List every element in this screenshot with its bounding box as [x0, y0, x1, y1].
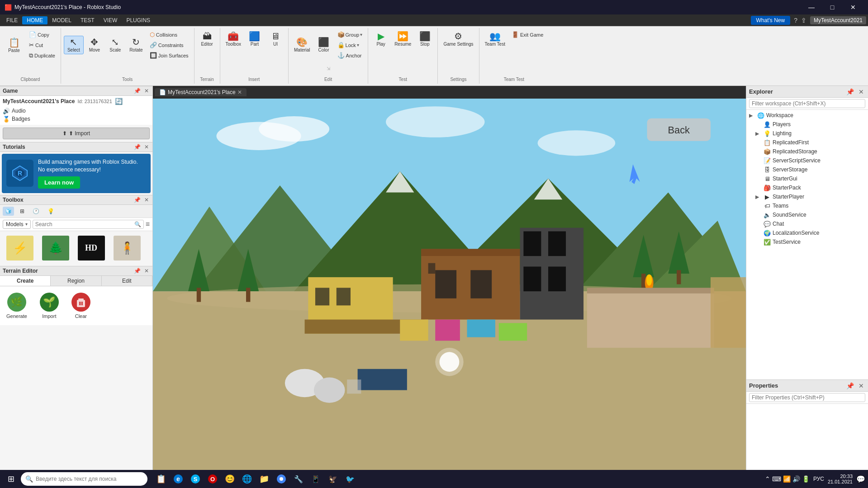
viewport-tab-close[interactable]: ✕	[237, 89, 242, 95]
game-pin-button[interactable]: 📌	[133, 88, 142, 94]
notification-button[interactable]: 💬	[856, 475, 865, 483]
select-button[interactable]: ↖ Select	[64, 36, 84, 54]
material-button[interactable]: 🎨 Material	[291, 36, 313, 54]
taskbar-folder[interactable]: 📁	[256, 471, 272, 487]
exit-game-button[interactable]: 🚪 Exit Game	[509, 30, 546, 39]
help-button[interactable]: ?	[794, 17, 797, 24]
tray-volume[interactable]: 🔊	[792, 475, 800, 483]
tree-badges-item[interactable]: 🏅 Badges	[3, 115, 150, 123]
toolbox-pin-button[interactable]: 📌	[133, 197, 142, 203]
menu-file[interactable]: FILE	[2, 16, 22, 24]
color-button[interactable]: ⬛ Color	[314, 36, 334, 54]
terrain-pin-button[interactable]: 📌	[133, 268, 142, 274]
whats-new-button[interactable]: What's New	[751, 16, 791, 25]
cut-button[interactable]: ✂ Cut	[26, 40, 58, 50]
paste-button[interactable]: 📋 Paste	[3, 36, 25, 55]
taskbar-emoji[interactable]: 😊	[222, 471, 238, 487]
stop-button[interactable]: ⬛ Stop	[415, 30, 435, 48]
tray-battery[interactable]: 🔋	[802, 475, 810, 483]
tree-players[interactable]: 👤 Players	[746, 120, 868, 129]
terrain-close-button[interactable]: ✕	[143, 268, 150, 274]
tray-keyboard[interactable]: ⌨	[772, 475, 781, 483]
viewport-tab[interactable]: 📄 MyTestAccount2021's Place ✕	[155, 88, 247, 96]
share-button[interactable]: ⇪	[801, 17, 806, 24]
move-button[interactable]: ✥ Move	[85, 36, 104, 54]
taskbar-globe[interactable]: 🌐	[239, 471, 255, 487]
duplicate-button[interactable]: ⧉ Duplicate	[26, 51, 58, 61]
taskbar-edge[interactable]: e	[170, 471, 186, 487]
toolbox-close-button[interactable]: ✕	[143, 197, 150, 203]
play-button[interactable]: ▶ Play	[371, 30, 391, 48]
menu-home[interactable]: HOME	[22, 16, 47, 24]
terrain-tab-edit[interactable]: Edit	[102, 276, 152, 286]
start-button[interactable]: ⊞	[3, 472, 19, 486]
game-close-button[interactable]: ✕	[143, 88, 150, 94]
toolbox-tab-featured[interactable]: 💡	[45, 207, 57, 216]
tree-replicated-storage[interactable]: 📦 ReplicatedStorage	[746, 147, 868, 156]
tree-teams[interactable]: 🏷 Teams	[746, 201, 868, 210]
tree-chat[interactable]: 💬 Chat	[746, 219, 868, 228]
taskbar-clock[interactable]: 20:33 21.01.2021	[828, 474, 853, 484]
taskbar-app3[interactable]: 🦅	[325, 471, 341, 487]
refresh-button[interactable]: 🔄	[115, 98, 123, 105]
toolbox-item-character[interactable]: 🧍	[110, 234, 144, 263]
terrain-clear-button[interactable]: Clear	[70, 291, 92, 321]
properties-filter-input[interactable]	[749, 393, 865, 402]
ui-button[interactable]: 🖥 UI	[266, 30, 285, 48]
properties-pin-button[interactable]: 📌	[845, 382, 855, 389]
team-test-button[interactable]: 👥 Team Test	[482, 30, 508, 48]
maximize-button[interactable]: □	[822, 0, 843, 14]
toolbox-item-2[interactable]: 🌲	[38, 234, 72, 263]
editor-button[interactable]: 🏔 Editor	[197, 30, 217, 48]
taskbar-task-view[interactable]: 📋	[153, 471, 169, 487]
language-button[interactable]: РУС	[813, 476, 824, 482]
username-display[interactable]: MyTestAccount2021	[810, 16, 866, 24]
tray-network[interactable]: 📶	[783, 475, 791, 483]
terrain-generate-button[interactable]: 🌿 Generate	[5, 291, 29, 321]
tree-workspace[interactable]: ▶ 🌐 Workspace	[746, 111, 868, 120]
search-input[interactable]	[35, 221, 134, 227]
toolbox-item-1[interactable]: ⚡	[3, 234, 37, 263]
taskbar-opera[interactable]: O	[204, 471, 221, 487]
viewport-scene[interactable]: Back	[153, 99, 746, 470]
taskbar-search-input[interactable]	[36, 476, 143, 482]
taskbar-app4[interactable]: 🐦	[342, 471, 358, 487]
tutorials-close-button[interactable]: ✕	[143, 144, 150, 150]
tree-replicated-first[interactable]: 📋 ReplicatedFirst	[746, 138, 868, 147]
terrain-tab-region[interactable]: Region	[51, 276, 101, 286]
taskbar-roblox[interactable]: 🔧	[290, 471, 307, 487]
rotate-button[interactable]: ↻ Rotate	[126, 36, 146, 54]
toolbox-item-hd[interactable]: HD	[74, 234, 108, 263]
menu-view[interactable]: VIEW	[99, 16, 122, 24]
group-button[interactable]: 📦 Group ▾	[335, 30, 365, 39]
tree-sound-service[interactable]: 🔈 SoundService	[746, 210, 868, 219]
tree-server-storage[interactable]: 🗄 ServerStorage	[746, 165, 868, 174]
tree-lighting[interactable]: ▶ 💡 Lighting	[746, 129, 868, 138]
minimize-button[interactable]: —	[801, 0, 822, 14]
tray-up-arrow[interactable]: ⌃	[765, 475, 770, 483]
constraints-button[interactable]: 🔗 Constraints	[147, 40, 191, 50]
tree-audio-item[interactable]: 🔊 Audio	[3, 107, 150, 115]
filter-icon[interactable]: ≡	[146, 220, 150, 228]
tree-starter-pack[interactable]: 🎒 StarterPack	[746, 183, 868, 192]
taskbar-search[interactable]: 🔍	[21, 472, 147, 486]
tree-localization-service[interactable]: 🌍 LocalizationService	[746, 228, 868, 237]
close-button[interactable]: ✕	[843, 0, 863, 14]
anchor-button[interactable]: ⚓ Anchor	[335, 51, 365, 60]
tree-server-script-service[interactable]: 📝 ServerScriptService	[746, 156, 868, 165]
explorer-pin-button[interactable]: 📌	[845, 88, 855, 95]
toolbox-search[interactable]: 🔍	[33, 220, 144, 229]
tree-starter-gui[interactable]: 🖥 StarterGui	[746, 174, 868, 183]
explorer-close-button[interactable]: ✕	[857, 88, 865, 95]
taskbar-app2[interactable]: 📱	[308, 471, 324, 487]
explorer-filter-input[interactable]	[749, 99, 865, 108]
join-surfaces-button[interactable]: 🔲 Join Surfaces	[147, 51, 191, 60]
viewport[interactable]: 📄 MyTestAccount2021's Place ✕	[153, 86, 746, 470]
toolbox-tab-grid[interactable]: ⊞	[18, 207, 27, 216]
menu-model[interactable]: MODEL	[47, 16, 76, 24]
copy-button[interactable]: 📄 Copy	[26, 30, 58, 39]
terrain-tab-create[interactable]: Create	[0, 276, 51, 286]
taskbar-skype[interactable]: S	[187, 471, 204, 487]
import-button[interactable]: ⬆ ⬆ Import	[3, 128, 150, 139]
properties-close-button[interactable]: ✕	[857, 382, 865, 389]
